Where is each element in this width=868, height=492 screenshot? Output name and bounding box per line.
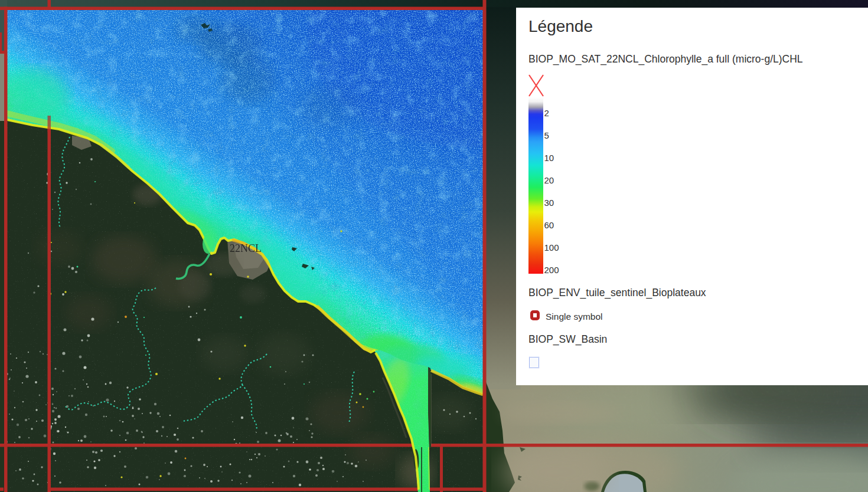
svg-text:22NCL: 22NCL [230,242,262,254]
